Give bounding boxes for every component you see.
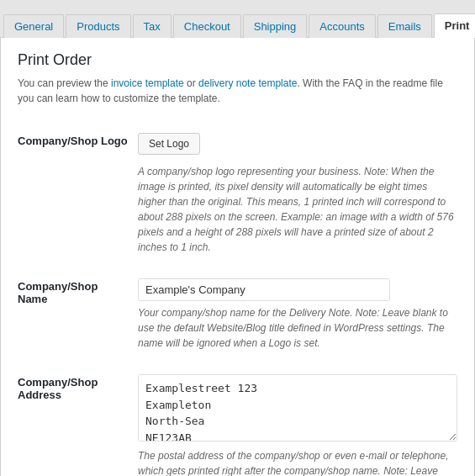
tab-print[interactable]: Print (434, 13, 475, 38)
tab-shipping[interactable]: Shipping (243, 14, 308, 38)
name-label: Company/Shop Name (18, 267, 138, 362)
name-row: Company/Shop Name Your company/shop name… (18, 267, 457, 362)
address-label: Company/Shop Address (18, 362, 138, 476)
name-field: Your company/shop name for the Delivery … (138, 267, 457, 362)
address-textarea[interactable]: Examplestreet 123 Exampleton North-Sea N… (138, 374, 457, 442)
delivery-note-link[interactable]: delivery note template (198, 77, 297, 89)
address-field: Examplestreet 123 Exampleton North-Sea N… (138, 362, 457, 476)
logo-section: Set Logo (138, 133, 457, 160)
page-wrap: General Products Tax Checkout Shipping A… (0, 0, 475, 476)
logo-label: Company/Shop Logo (18, 121, 138, 267)
page-title: Print Order (18, 51, 457, 69)
logo-field: Set Logo A company/shop logo representin… (138, 121, 457, 267)
tab-emails[interactable]: Emails (377, 14, 432, 38)
tab-accounts[interactable]: Accounts (309, 14, 375, 38)
tab-products[interactable]: Products (66, 14, 130, 38)
address-description: The postal address of the company/shop o… (138, 448, 457, 476)
set-logo-button[interactable]: Set Logo (138, 133, 200, 155)
intro-between: or (184, 77, 198, 89)
settings-form: Company/Shop Logo Set Logo A company/sho… (18, 121, 457, 476)
intro-prefix: You can preview the (18, 77, 111, 89)
tab-tax[interactable]: Tax (133, 14, 172, 38)
company-name-input[interactable] (138, 278, 390, 301)
content-area: Print Order You can preview the invoice … (0, 38, 475, 476)
tab-checkout[interactable]: Checkout (173, 14, 241, 38)
nav-tabs: General Products Tax Checkout Shipping A… (0, 0, 475, 38)
intro-text: You can preview the invoice template or … (18, 76, 457, 106)
logo-row: Company/Shop Logo Set Logo A company/sho… (18, 121, 457, 267)
address-row: Company/Shop Address Examplestreet 123 E… (18, 362, 457, 476)
tab-general[interactable]: General (3, 14, 64, 38)
logo-description: A company/shop logo representing your bu… (138, 164, 457, 255)
invoice-template-link[interactable]: invoice template (111, 77, 184, 89)
name-description: Your company/shop name for the Delivery … (138, 305, 457, 351)
